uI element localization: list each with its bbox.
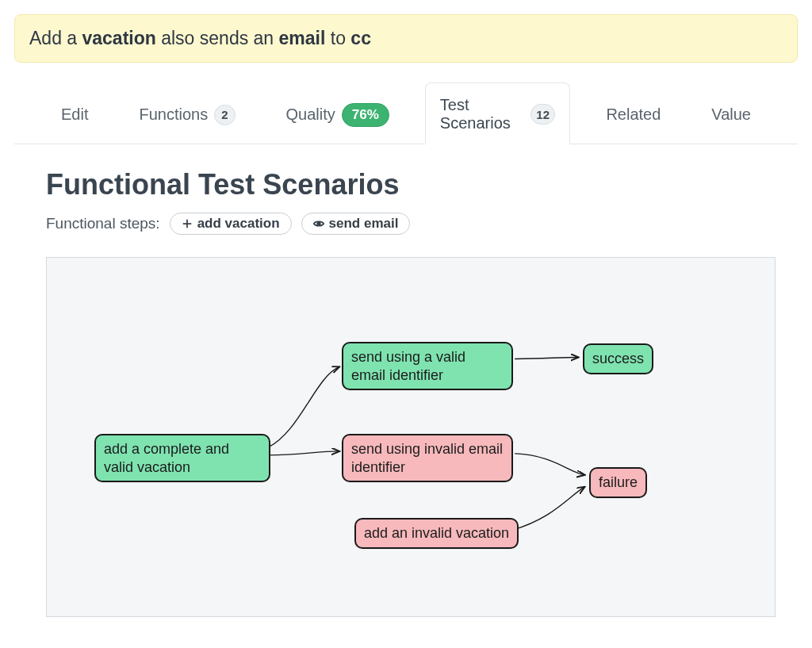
diagram-canvas[interactable]: add a complete and valid vacation send u… [46, 257, 776, 617]
node-success-label: success [592, 351, 644, 366]
plus-icon [182, 218, 193, 229]
desc-bold-1: vacation [82, 28, 156, 48]
node-failure-label: failure [599, 474, 638, 490]
functional-steps-label: Functional steps: [46, 215, 160, 232]
node-root[interactable]: add a complete and valid vacation [94, 434, 270, 482]
node-root-label: add a complete and valid vacation [104, 441, 229, 475]
tab-value[interactable]: Value [696, 82, 766, 144]
node-invalid-vacation[interactable]: add an invalid vacation [354, 518, 519, 549]
chip-send-email[interactable]: send email [301, 213, 411, 235]
node-invalid-email-label: send using invalid email identifier [351, 441, 503, 475]
chip-send-email-label: send email [329, 216, 399, 232]
desc-bold-3: cc [350, 28, 371, 48]
node-failure[interactable]: failure [589, 467, 647, 498]
tab-quality-pct: 76% [342, 103, 389, 127]
desc-text: Add a vacation also sends an email to cc [29, 28, 371, 48]
tab-related-label: Related [606, 105, 661, 124]
node-invalid-vacation-label: add an invalid vacation [364, 525, 509, 541]
description-bar: Add a vacation also sends an email to cc [14, 14, 798, 63]
node-invalid-email[interactable]: send using invalid email identifier [342, 434, 513, 482]
chip-add-vacation[interactable]: add vacation [170, 213, 292, 235]
desc-after: to [325, 28, 350, 48]
tab-test-scenarios[interactable]: Test Scenarios 12 [425, 82, 571, 144]
tab-value-label: Value [711, 105, 751, 124]
tab-related[interactable]: Related [591, 82, 676, 144]
chip-add-vacation-label: add vacation [197, 216, 280, 232]
desc-mid: also sends an [156, 28, 279, 48]
tab-quality[interactable]: Quality 76% [271, 82, 404, 144]
node-valid-email-label: send using a valid email identifier [351, 349, 465, 383]
node-success[interactable]: success [583, 343, 653, 374]
eye-icon [313, 218, 324, 229]
tab-quality-label: Quality [286, 105, 335, 124]
desc-bold-2: email [279, 28, 326, 48]
tabs: Edit Functions 2 Quality 76% Test Scenar… [14, 82, 798, 144]
tab-functions-count: 2 [214, 105, 235, 125]
tab-test-scenarios-count: 12 [530, 104, 556, 125]
section-title: Functional Test Scenarios [46, 168, 798, 201]
svg-point-0 [317, 222, 320, 225]
tab-edit[interactable]: Edit [46, 82, 103, 144]
tab-edit-label: Edit [61, 105, 88, 124]
desc-prefix: Add a [29, 28, 82, 48]
tab-functions-label: Functions [139, 105, 208, 124]
functional-steps-row: Functional steps: add vacation send emai… [14, 213, 798, 235]
tab-test-scenarios-label: Test Scenarios [440, 96, 524, 132]
tab-functions[interactable]: Functions 2 [124, 82, 250, 144]
node-valid-email[interactable]: send using a valid email identifier [342, 342, 513, 390]
